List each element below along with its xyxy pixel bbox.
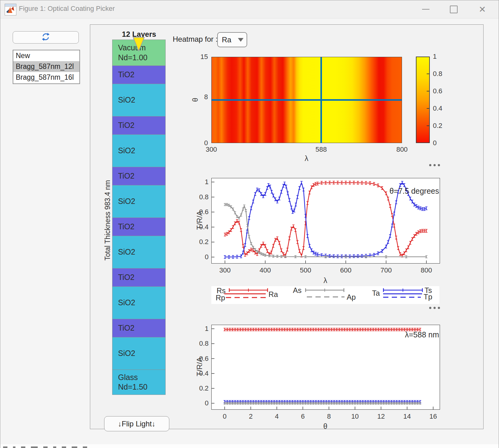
minimize-icon[interactable] (416, 0, 436, 18)
x-tick-label: 8 (315, 412, 343, 421)
refresh-button[interactable] (13, 31, 79, 44)
colorbar-tick-mark (427, 108, 429, 109)
figure-window: Figure 1: Optical Coating Picker ✕ New B… (0, 0, 499, 448)
heatmap-for-label: Heatmap for : (173, 35, 218, 44)
spectrum-options-menu-icon[interactable] (429, 164, 440, 166)
legend-label-ap: Ap (347, 293, 356, 302)
colorbar-tick-label: 0.4 (433, 104, 455, 112)
legend-dashed-gray-icon (306, 296, 345, 298)
x-tick-label: 10 (341, 412, 369, 421)
layer-sio2[interactable]: SiO2 (112, 185, 165, 218)
x-tick-label: 500 (292, 266, 319, 274)
y-tick-label: 1 (187, 325, 209, 333)
layer-tio2[interactable]: TiO2 (112, 66, 165, 84)
heatmap-crosshair-horizontal[interactable] (212, 99, 402, 101)
total-thickness-label: Total Thickness 983.4 nm (104, 180, 112, 260)
preset-listbox: New Bragg_587nm_12l Bragg_587nm_16l (13, 50, 80, 84)
x-tick-label: 14 (393, 412, 421, 421)
layer-sio2[interactable]: SiO2 (112, 337, 165, 370)
angle-xlabel: θ (311, 422, 339, 431)
layer-tio2[interactable]: TiO2 (112, 116, 165, 135)
heatmap-y-tick-label: 15 (184, 53, 208, 61)
preset-item-bragg16[interactable]: Bragg_587nm_16l (13, 72, 79, 83)
heatmap-y-tick-label: 8 (184, 93, 208, 101)
layer-tio2[interactable]: TiO2 (112, 268, 165, 287)
colorbar-tick-label: 0.6 (433, 87, 455, 95)
x-tick-label: 12 (367, 412, 395, 421)
x-tick-label: 400 (251, 266, 279, 274)
heatmap-x-tick-label: 800 (388, 146, 416, 154)
ra-heatmap[interactable] (211, 57, 402, 143)
x-tick-label: 4 (263, 412, 291, 421)
layer-stack: VacuumNd=1.00TiO2SiO2TiO2SiO2TiO2SiO2TiO… (112, 40, 166, 395)
x-tick-label: 600 (332, 266, 360, 274)
x-tick-label: 6 (289, 412, 317, 421)
chevron-down-icon (238, 38, 243, 42)
legend-errorbar-blue-icon (383, 288, 423, 293)
refresh-icon (41, 32, 50, 43)
legend-errorbar-gray-icon (305, 288, 345, 293)
colorbar-tick-label: 0.2 (433, 122, 455, 130)
legend: Rs Ra Rp As Ap Ta (211, 286, 439, 304)
preset-item-bragg12[interactable]: Bragg_587nm_12l (13, 61, 79, 72)
spectrum-xlabel: λ (311, 276, 339, 285)
layer-tio2[interactable]: TiO2 (112, 167, 165, 185)
title-bar[interactable]: Figure 1: Optical Coating Picker ✕ (0, 0, 499, 19)
y-tick-label: 0.8 (187, 340, 209, 348)
colorbar-tick-label: 1 (433, 53, 455, 61)
y-tick-label: 0.2 (187, 238, 209, 246)
lambda-annotation: λ=588 nm (340, 330, 439, 339)
theta-annotation: θ=7.5 degrees (340, 187, 439, 196)
y-tick-label: 0.2 (187, 384, 209, 392)
legend-label-tp: Tp (424, 293, 432, 301)
angle-options-menu-icon[interactable] (429, 307, 440, 309)
legend-label-ra: Ra (269, 290, 278, 299)
close-icon[interactable]: ✕ (472, 0, 492, 18)
layer-tio2[interactable]: TiO2 (112, 319, 165, 337)
flip-light-button[interactable]: ↓Flip Light↓ (104, 416, 169, 431)
layer-sio2[interactable]: SiO2 (112, 236, 165, 268)
colorbar-tick-mark (427, 125, 429, 126)
legend-dashed-blue-icon (383, 296, 421, 298)
legend-label-rp: Rp (216, 294, 225, 302)
legend-solid-blue-icon (383, 293, 423, 295)
legend-label-as: As (293, 286, 302, 295)
preset-item-new[interactable]: New (13, 50, 79, 61)
y-tick-label: 1 (187, 178, 209, 186)
legend-label-ta: Ta (372, 289, 380, 298)
x-tick-label: 300 (211, 266, 239, 274)
heatmap-quantity-dropdown[interactable]: Ra (217, 32, 247, 47)
colorbar-tick-label: 0.8 (433, 70, 455, 78)
x-tick-label: 0 (211, 412, 239, 421)
legend-errorbar-red-icon (228, 288, 269, 293)
layer-sio2[interactable]: SiO2 (112, 287, 165, 319)
colorbar-tick-mark (427, 91, 429, 91)
colorbar (416, 57, 430, 143)
colorbar-tick-mark (427, 74, 429, 74)
heatmap-x-tick-label: 588 (307, 146, 335, 154)
heatmap-xlabel: λ (293, 154, 320, 163)
matlab-icon (5, 4, 16, 15)
x-tick-label: 700 (372, 266, 400, 274)
y-tick-label: 0.8 (187, 193, 209, 201)
light-direction-marker-icon (133, 37, 145, 52)
maximize-icon[interactable] (444, 0, 463, 18)
y-tick-label: 0 (187, 399, 209, 407)
window-title: Figure 1: Optical Coating Picker (19, 5, 115, 13)
legend-solid-red-icon (224, 293, 266, 295)
dropdown-value: Ra (222, 36, 231, 44)
layer-sio2[interactable]: SiO2 (112, 135, 165, 167)
spectrum-ylabel: T/R/A (195, 211, 204, 230)
y-tick-label: 0 (187, 253, 209, 261)
clipped-bottom-artifact (0, 444, 499, 448)
x-tick-label: 16 (419, 412, 447, 421)
layer-tio2[interactable]: TiO2 (112, 218, 165, 236)
colorbar-tick-label: 0 (433, 139, 455, 147)
layer-sio2[interactable]: SiO2 (112, 84, 165, 116)
legend-dashed-red-icon (225, 297, 267, 298)
angle-ylabel: T/R/A (195, 357, 204, 376)
x-tick-label: 2 (237, 412, 265, 421)
heatmap-x-tick-label: 300 (197, 146, 225, 154)
x-tick-label: 800 (412, 266, 440, 274)
layer-glass[interactable]: GlassNd=1.50 (112, 370, 165, 395)
